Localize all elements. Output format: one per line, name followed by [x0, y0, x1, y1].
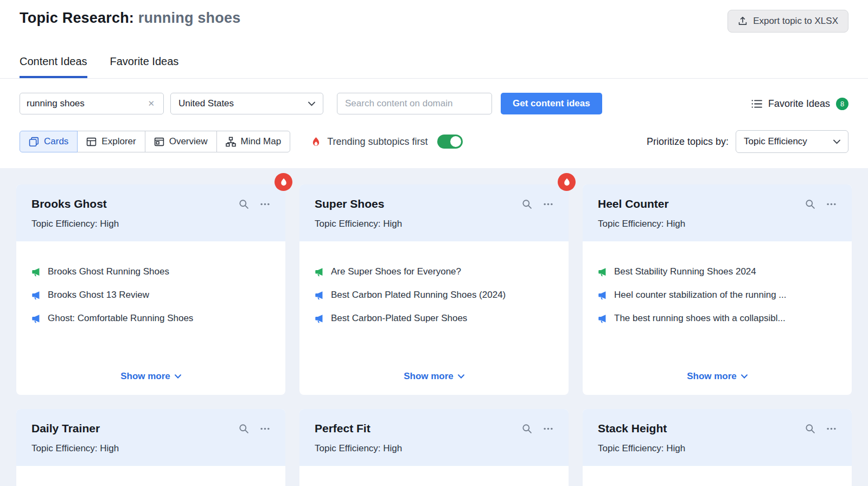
chevron-down-icon: [833, 139, 840, 144]
card-search-icon[interactable]: [239, 424, 249, 434]
idea-text: Brooks Ghost 13 Review: [48, 290, 149, 300]
card-efficiency: Topic Efficiency: High: [598, 443, 837, 454]
country-select[interactable]: United States: [170, 93, 323, 114]
card-efficiency: Topic Efficiency: High: [315, 443, 553, 454]
clear-query-icon[interactable]: ✕: [145, 98, 157, 110]
card-body: Best Stability Running Shoes 2024 Heel c…: [583, 241, 852, 395]
trending-badge: [275, 173, 292, 191]
card-efficiency: Topic Efficiency: High: [31, 443, 270, 454]
prioritize-select[interactable]: Topic Efficiency: [736, 130, 848, 153]
idea-text: Best Carbon-Plated Super Shoes: [331, 313, 467, 324]
tab-content-ideas[interactable]: Content Ideas: [20, 55, 87, 78]
search-row: ✕ United States Get content ideas Favori…: [0, 93, 868, 114]
card-more-icon[interactable]: [826, 424, 837, 434]
export-xlsx-button[interactable]: Export topic to XLSX: [727, 10, 848, 33]
card-actions: [522, 199, 553, 209]
flame-icon: [279, 178, 288, 187]
prioritize-label: Prioritize topics by:: [647, 136, 729, 148]
show-more-label: Show more: [687, 371, 737, 382]
card-search-icon[interactable]: [805, 424, 815, 434]
card-title: Brooks Ghost: [31, 197, 107, 210]
view-cards-label: Cards: [44, 136, 68, 147]
view-mindmap-button[interactable]: Mind Map: [216, 131, 291, 152]
idea-item[interactable]: Best Carbon Plated Running Shoes (2024): [315, 290, 553, 300]
tab-favorite-ideas[interactable]: Favorite Ideas: [110, 55, 179, 78]
idea-item[interactable]: Best Carbon-Plated Super Shoes: [315, 313, 553, 324]
idea-item[interactable]: Best Stability Running Shoes 2024: [598, 266, 837, 277]
show-more-button[interactable]: Show more: [687, 371, 748, 384]
card-search-icon[interactable]: [522, 199, 532, 209]
view-mindmap-label: Mind Map: [241, 136, 282, 147]
card-header: Perfect Fit Topic Efficiency: High: [299, 409, 569, 466]
card-title: Heel Counter: [598, 197, 669, 210]
card-body: [16, 466, 285, 486]
card-body: [299, 466, 569, 486]
domain-search-field[interactable]: [337, 93, 492, 114]
domain-search-input[interactable]: [345, 98, 484, 109]
export-button-label: Export topic to XLSX: [753, 16, 838, 27]
topic-card: Heel Counter Topic Efficiency: High: [583, 184, 852, 395]
view-overview-button[interactable]: Overview: [145, 131, 217, 152]
topic-query-field[interactable]: ✕: [20, 93, 164, 114]
idea-item[interactable]: Heel counter stabilization of the runnin…: [598, 290, 837, 300]
card-search-icon[interactable]: [805, 199, 815, 209]
idea-item[interactable]: Brooks Ghost 13 Review: [31, 290, 270, 300]
cards-icon: [29, 137, 39, 147]
prioritize-select-value: Topic Efficiency: [744, 136, 807, 147]
favorite-ideas-label: Favorite Ideas: [768, 98, 830, 110]
show-more-button[interactable]: Show more: [404, 371, 464, 384]
idea-text: Best Carbon Plated Running Shoes (2024): [331, 290, 506, 300]
idea-text: Are Super Shoes for Everyone?: [331, 266, 461, 277]
megaphone-icon: [315, 267, 324, 277]
idea-text: Best Stability Running Shoes 2024: [614, 266, 756, 277]
show-more-button[interactable]: Show more: [120, 371, 181, 384]
mind-map-icon: [226, 137, 236, 147]
prioritize-control: Prioritize topics by: Topic Efficiency: [647, 130, 848, 153]
chevron-down-icon: [175, 374, 181, 379]
view-switcher: Cards Explorer Overview Mind Map: [20, 131, 290, 152]
export-icon: [738, 16, 748, 26]
card-item-list: Brooks Ghost Running Shoes Brooks Ghost …: [31, 266, 270, 324]
idea-item[interactable]: The best running shoes with a collapsibl…: [598, 313, 837, 324]
view-cards-button[interactable]: Cards: [20, 131, 78, 152]
idea-item[interactable]: Are Super Shoes for Everyone?: [315, 266, 553, 277]
trending-label: Trending subtopics first: [327, 136, 427, 148]
card-grid: Brooks Ghost Topic Efficiency: High: [16, 184, 852, 486]
view-explorer-label: Explorer: [101, 136, 136, 147]
topbar: Topic Research: running shoes Export top…: [0, 0, 868, 33]
card-more-icon[interactable]: [260, 424, 270, 434]
card-actions: [805, 199, 837, 209]
get-content-ideas-button[interactable]: Get content ideas: [501, 93, 602, 114]
idea-text: Brooks Ghost Running Shoes: [48, 266, 169, 277]
card-actions: [239, 199, 270, 209]
idea-item[interactable]: Ghost: Comfortable Running Shoes: [31, 313, 270, 324]
chevron-down-icon: [741, 374, 748, 379]
card-more-icon[interactable]: [260, 199, 270, 209]
card-actions: [239, 424, 270, 434]
topic-card: Brooks Ghost Topic Efficiency: High: [16, 184, 285, 395]
card-search-icon[interactable]: [522, 424, 532, 434]
idea-item[interactable]: Brooks Ghost Running Shoes: [31, 266, 270, 277]
view-explorer-button[interactable]: Explorer: [77, 131, 145, 152]
trending-toggle[interactable]: [437, 135, 463, 149]
card-title: Stack Height: [598, 422, 667, 435]
show-more-label: Show more: [120, 371, 170, 382]
topic-card: Super Shoes Topic Efficiency: High: [299, 184, 569, 395]
card-header: Brooks Ghost Topic Efficiency: High: [16, 184, 285, 241]
card-more-icon[interactable]: [543, 424, 553, 434]
card-body: Are Super Shoes for Everyone? Best Carbo…: [299, 241, 569, 395]
card-body: Brooks Ghost Running Shoes Brooks Ghost …: [16, 241, 285, 395]
megaphone-icon: [31, 314, 41, 323]
idea-text: Ghost: Comfortable Running Shoes: [48, 313, 193, 324]
view-toolbar: Cards Explorer Overview Mind Map: [0, 130, 868, 153]
card-search-icon[interactable]: [239, 199, 249, 209]
favorite-ideas-button[interactable]: Favorite Ideas 8: [751, 98, 848, 110]
topic-query-input[interactable]: [27, 98, 135, 109]
card-more-icon[interactable]: [543, 199, 553, 209]
flame-icon: [311, 137, 321, 147]
page-title-prefix: Topic Research:: [20, 10, 134, 26]
card-item-list: Are Super Shoes for Everyone? Best Carbo…: [315, 266, 553, 324]
megaphone-icon: [598, 314, 607, 323]
card-more-icon[interactable]: [826, 199, 837, 209]
idea-text: The best running shoes with a collapsibl…: [614, 313, 786, 324]
